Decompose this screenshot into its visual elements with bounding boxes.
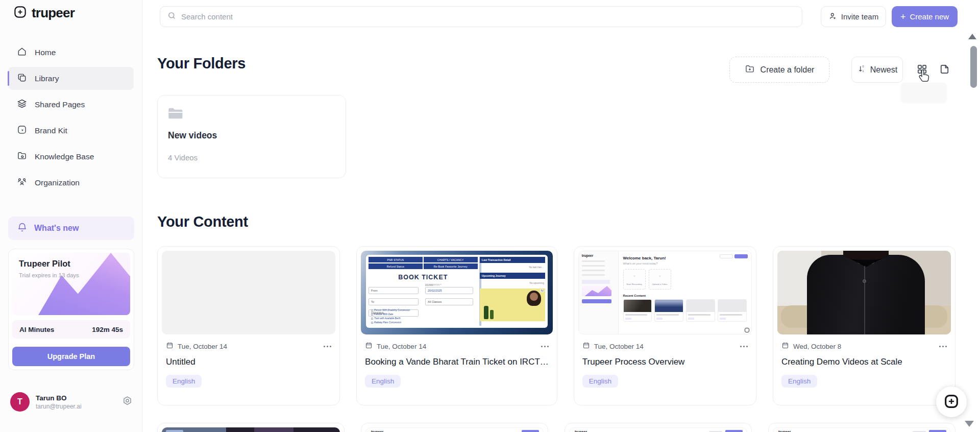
mini-prompt: What's on your mind today?: [623, 262, 747, 265]
sidebar-item-knowledge-base[interactable]: Knowledge Base: [8, 145, 134, 168]
user-email: tarun@trupeer.ai: [36, 403, 122, 410]
avatar: T: [10, 392, 30, 412]
video-thumbnail-blank[interactable]: [162, 251, 335, 334]
document-view-icon: [939, 63, 950, 77]
language-badge: English: [781, 375, 817, 388]
knowledge-base-icon: [17, 151, 27, 163]
video-thumbnail-partial: trupeer: [365, 427, 544, 432]
organization-icon: [17, 177, 27, 189]
sidebar-item-label: Knowledge Base: [35, 152, 94, 161]
sidebar-item-home[interactable]: Home: [8, 41, 134, 64]
sort-newest-button[interactable]: 01 Newest: [851, 57, 903, 83]
irctc-from-field: From: [369, 287, 419, 294]
mini-action: Start Recording: [623, 269, 646, 290]
invite-person-icon: [828, 12, 837, 22]
video-thumbnail-dashboard[interactable]: trupeer Welcome back, Tarun! What's on y…: [578, 251, 752, 334]
calendar-icon: [781, 342, 789, 351]
sidebar-item-label: Organization: [35, 178, 80, 187]
brand-name: trupeer: [32, 5, 75, 21]
home-icon: [17, 46, 27, 59]
more-icon[interactable]: [740, 346, 748, 347]
create-new-label: Create new: [910, 12, 949, 21]
scrollbar-thumb[interactable]: [970, 46, 977, 88]
card-date: Tue, October 14: [377, 343, 426, 350]
mini-sidebar: trupeer: [579, 251, 619, 334]
search-icon: [167, 11, 176, 22]
content-card-grid-partial: trupeer trupeer trupeer: [157, 423, 955, 432]
irctc-tab: Refund Status: [369, 263, 423, 269]
sidebar-item-brand-kit[interactable]: Brand Kit: [8, 119, 134, 142]
folder-card-new-videos[interactable]: New videos 4 Videos: [157, 95, 346, 178]
content-card-partial[interactable]: trupeer: [361, 423, 548, 432]
content-card[interactable]: PNR STATUS CHARTS / VACANCY Refund Statu…: [356, 246, 557, 405]
user-profile[interactable]: T Tarun BO tarun@trupeer.ai: [10, 392, 133, 412]
sidebar-item-label: Library: [35, 74, 59, 83]
irctc-classes-field: All Classes: [425, 298, 473, 305]
invite-team-button[interactable]: Invite team: [821, 6, 886, 27]
sidebar-item-label: Shared Pages: [35, 100, 85, 109]
language-badge: English: [365, 375, 401, 388]
mini-main: Welcome back, Tarun! What's on your mind…: [619, 251, 751, 334]
irctc-ad-banner: Ad: [480, 289, 545, 321]
more-icon[interactable]: [939, 346, 947, 347]
irctc-book-ticket-title: BOOK TICKET: [369, 274, 477, 281]
content-card-partial[interactable]: trupeer: [768, 423, 955, 432]
content-card[interactable]: trupeer Welcome back, Tarun! What's on y…: [574, 246, 756, 405]
card-meta: Tue, October 14 Booking a Vande Bharat T…: [361, 334, 553, 388]
card-meta: Tue, October 14 Untitled English: [162, 334, 335, 388]
brand-logo[interactable]: trupeer: [13, 5, 75, 21]
irctc-tab: PNR STATUS: [369, 257, 423, 262]
language-badge: English: [582, 375, 618, 388]
ai-minutes-label: AI Minutes: [19, 326, 54, 333]
mini-action: Upload a Video: [649, 269, 671, 290]
content-card[interactable]: Tue, October 14 Untitled English: [157, 246, 340, 405]
content-card[interactable]: Wed, October 8 Creating Demo Videos at S…: [773, 246, 955, 405]
create-new-button[interactable]: + Create new: [892, 6, 958, 27]
scroll-up-arrow[interactable]: [968, 34, 976, 39]
search-bar[interactable]: [160, 6, 802, 27]
scroll-down-arrow[interactable]: [965, 421, 974, 427]
svg-text:1: 1: [862, 69, 864, 73]
upgrade-plan-button[interactable]: Upgrade Plan: [12, 347, 130, 366]
whats-new-button[interactable]: What's new: [8, 217, 134, 240]
sidebar-item-shared-pages[interactable]: Shared Pages: [8, 93, 134, 116]
mini-recent-label: Recent Content: [623, 294, 747, 297]
settings-gear-icon[interactable]: [122, 396, 133, 409]
folder-plus-icon: [745, 64, 755, 76]
content-card-partial[interactable]: [157, 423, 345, 432]
mini-brand: trupeer: [371, 430, 383, 432]
create-folder-button[interactable]: Create a folder: [729, 57, 829, 83]
irctc-tab: CHARTS / VACANCY: [424, 257, 478, 262]
content-card-partial[interactable]: trupeer: [565, 423, 752, 432]
brand-kit-icon: [17, 125, 27, 137]
video-thumbnail-person[interactable]: [777, 251, 951, 334]
sidebar: trupeer Home Library Shared Pages Brand …: [0, 0, 142, 432]
sidebar-item-organization[interactable]: Organization: [8, 171, 134, 194]
sidebar-item-label: Brand Kit: [35, 126, 67, 135]
user-meta: Tarun BO tarun@trupeer.ai: [36, 394, 122, 410]
sidebar-item-library[interactable]: Library: [8, 67, 134, 90]
floating-create-button[interactable]: [936, 387, 967, 417]
sidebar-nav: Home Library Shared Pages Brand Kit Know…: [0, 38, 142, 197]
bell-icon: [17, 222, 28, 235]
irctc-empty-text: No upcoming: [480, 279, 545, 289]
calendar-icon: [166, 342, 174, 351]
calendar-icon: [365, 342, 373, 351]
ai-minutes-value: 192m 45s: [92, 326, 123, 333]
search-input[interactable]: [181, 12, 802, 21]
your-content-heading: Your Content: [157, 213, 248, 230]
irctc-checkboxes: Person With Disability ConcessionFlexibl…: [371, 308, 436, 325]
mini-brand: trupeer: [778, 430, 791, 432]
video-thumbnail-irctc[interactable]: PNR STATUS CHARTS / VACANCY Refund Statu…: [361, 251, 553, 334]
list-view-button[interactable]: [935, 61, 953, 79]
irctc-tab: Re-Book Favourite Journey: [424, 263, 478, 269]
more-icon[interactable]: [541, 346, 549, 347]
trupeer-fab-icon: [943, 393, 960, 411]
mini-brand: trupeer: [575, 430, 587, 432]
plus-icon: +: [900, 12, 906, 21]
ai-minutes-row: AI Minutes 192m 45s: [12, 320, 130, 339]
more-icon[interactable]: [324, 346, 331, 347]
irctc-to-field: To: [369, 298, 419, 305]
irctc-upcoming-journey-header: Upcoming Journey: [480, 273, 545, 279]
irctc-date-label: DD/MM/YYYY *: [425, 284, 441, 286]
